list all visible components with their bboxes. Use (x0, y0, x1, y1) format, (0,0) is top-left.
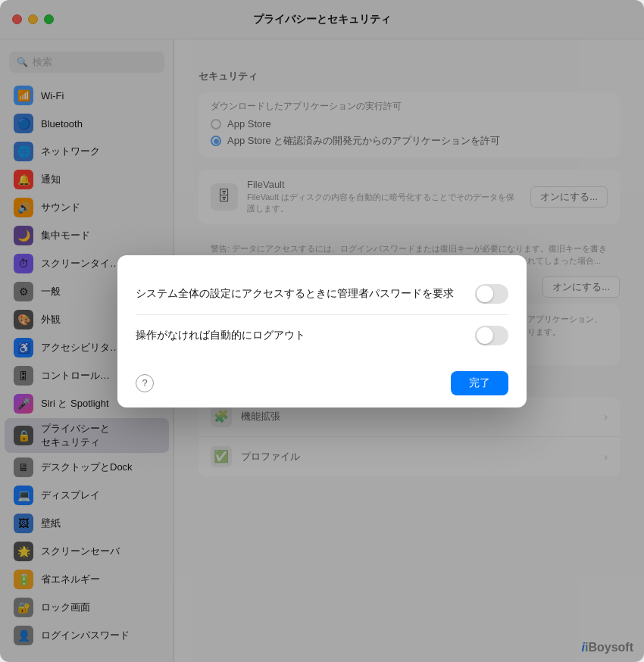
admin-password-label: システム全体の設定にアクセスするときに管理者パスワードを要求 (136, 287, 454, 301)
auto-logout-toggle[interactable] (475, 326, 508, 345)
modal-overlay: システム全体の設定にアクセスするときに管理者パスワードを要求 操作がなければ自動… (0, 39, 644, 662)
main-window: プライバシーとセキュリティ 🔍 検索 📶 Wi-Fi 🔵 Bluetooth 🌐… (0, 0, 644, 662)
admin-password-toggle-knob (477, 286, 493, 302)
content-area: 🔍 検索 📶 Wi-Fi 🔵 Bluetooth 🌐 ネットワーク 🔔 通知 (0, 39, 644, 662)
dialog-footer: ? 完了 (117, 359, 527, 408)
auto-logout-toggle-knob (477, 327, 493, 344)
done-button[interactable]: 完了 (451, 371, 508, 395)
auto-logout-row: 操作がなければ自動的にログアウト (136, 315, 508, 356)
admin-password-toggle[interactable] (475, 284, 508, 304)
admin-password-row: システム全体の設定にアクセスするときに管理者パスワードを要求 (136, 273, 508, 315)
dialog-content: システム全体の設定にアクセスするときに管理者パスワードを要求 操作がなければ自動… (117, 273, 527, 356)
security-dialog: システム全体の設定にアクセスするときに管理者パスワードを要求 操作がなければ自動… (117, 255, 527, 408)
auto-logout-label: 操作がなければ自動的にログアウト (136, 329, 305, 342)
help-button[interactable]: ? (136, 374, 154, 392)
